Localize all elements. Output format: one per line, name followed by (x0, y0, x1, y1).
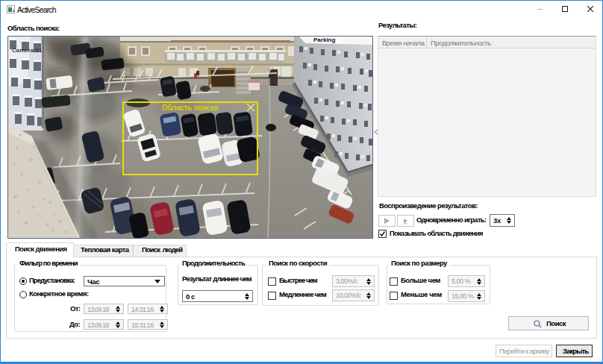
svg-text:Область поиска: Область поиска (162, 104, 219, 112)
svg-text:Parking: Parking (313, 37, 335, 43)
svg-text:Camera 01: Camera 01 (12, 47, 43, 54)
